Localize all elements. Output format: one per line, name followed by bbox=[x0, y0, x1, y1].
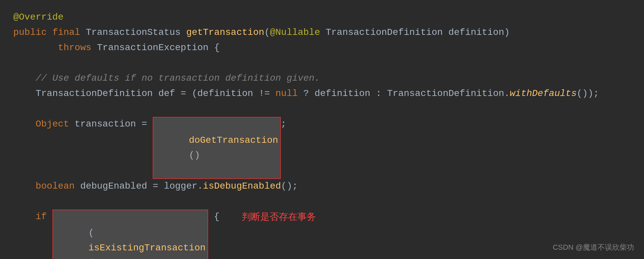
keyword-final: final bbox=[52, 25, 86, 40]
method-isdebugenabled: isDebugEnabled bbox=[203, 179, 281, 194]
keyword-public: public bbox=[13, 25, 52, 40]
call-parens2: (); bbox=[281, 179, 298, 194]
paren-open: ( bbox=[264, 25, 270, 40]
code-line-1: @Override bbox=[13, 10, 631, 25]
chinese-comment: 判断是否存在事务 bbox=[242, 210, 316, 224]
code-line-empty-3 bbox=[13, 194, 631, 210]
indent-5 bbox=[13, 71, 36, 86]
type-transactiondefinition-var: TransactionDefinition bbox=[36, 86, 158, 101]
code-editor: @Override public final TransactionStatus… bbox=[0, 0, 644, 259]
param-definition: definition bbox=[448, 25, 504, 40]
code-line-empty-1 bbox=[13, 56, 631, 71]
cond-inner-paren: ( bbox=[88, 258, 94, 259]
dot-op2: . bbox=[198, 179, 203, 194]
watermark: CSDN @魔道不误欣柴功 bbox=[553, 241, 634, 253]
annotation-nullable: @Nullable bbox=[270, 25, 326, 40]
annotation-override: @Override bbox=[13, 10, 63, 25]
var-definition2: definition bbox=[314, 86, 376, 101]
method-dogettransaction: doGetTransaction bbox=[189, 135, 278, 145]
var-def: def bbox=[158, 86, 181, 101]
code-line-6: TransactionDefinition def = ( definition… bbox=[13, 86, 631, 102]
method-withdefaults: withDefaults bbox=[510, 86, 577, 101]
code-line-2: public final TransactionStatus getTransa… bbox=[13, 25, 631, 41]
ternary-op: ? bbox=[303, 86, 315, 101]
type-transactiondefinition-static: TransactionDefinition bbox=[387, 86, 504, 101]
eq-op2: = bbox=[141, 117, 153, 132]
colon-op: : bbox=[376, 86, 387, 101]
code-line-9: boolean debugEnabled = logger . isDebugE… bbox=[13, 179, 631, 194]
cond-paren-open: ( bbox=[88, 228, 94, 238]
semicolon1: ; bbox=[281, 117, 286, 132]
keyword-throws: throws bbox=[58, 41, 97, 55]
chinese-annotation-space bbox=[219, 210, 242, 224]
indent-6 bbox=[13, 86, 36, 101]
type-transactiondefinition-param: TransactionDefinition bbox=[326, 25, 448, 40]
eq-op3: = bbox=[153, 179, 164, 194]
method-gettransaction: getTransaction bbox=[186, 25, 264, 40]
brace-open-method: { bbox=[214, 41, 220, 55]
keyword-if: if bbox=[36, 210, 52, 224]
paren-close: ) bbox=[504, 25, 510, 40]
highlighted-condition: ( isExistingTransaction ( transaction )) bbox=[52, 210, 208, 259]
code-line-3: throws TransactionException { bbox=[13, 41, 631, 56]
var-definition: definition bbox=[198, 86, 259, 101]
keyword-boolean: boolean bbox=[36, 179, 80, 194]
method-isexistingtransaction: isExistingTransaction bbox=[88, 243, 205, 253]
indent-8 bbox=[13, 117, 36, 132]
call-close: ()); bbox=[577, 86, 599, 101]
comment-use-defaults: // Use defaults if no transaction defini… bbox=[36, 71, 320, 86]
keyword-object: Object bbox=[36, 117, 75, 132]
eq-op: = ( bbox=[181, 86, 197, 101]
code-line-11: if ( isExistingTransaction ( transaction… bbox=[13, 210, 631, 259]
call-parens: () bbox=[189, 150, 200, 160]
indent-throws bbox=[13, 41, 58, 55]
highlighted-method: doGetTransaction () bbox=[153, 117, 281, 179]
indent-11 bbox=[13, 210, 36, 224]
indent-9 bbox=[13, 179, 36, 194]
dot-op: . bbox=[504, 86, 510, 101]
code-line-8: Object transaction = doGetTransaction ()… bbox=[13, 117, 631, 179]
type-transactionstatus: TransactionStatus bbox=[86, 25, 186, 40]
null-keyword: null bbox=[276, 86, 303, 101]
var-debugenabled: debugEnabled bbox=[80, 179, 153, 194]
code-line-5: // Use defaults if no transaction defini… bbox=[13, 71, 631, 86]
type-transactionexception: TransactionException bbox=[97, 41, 214, 55]
var-transaction: transaction bbox=[75, 117, 142, 132]
var-logger: logger bbox=[164, 179, 198, 194]
if-brace-open: { bbox=[208, 210, 219, 224]
neq-op: != bbox=[259, 86, 275, 101]
code-line-empty-2 bbox=[13, 102, 631, 117]
